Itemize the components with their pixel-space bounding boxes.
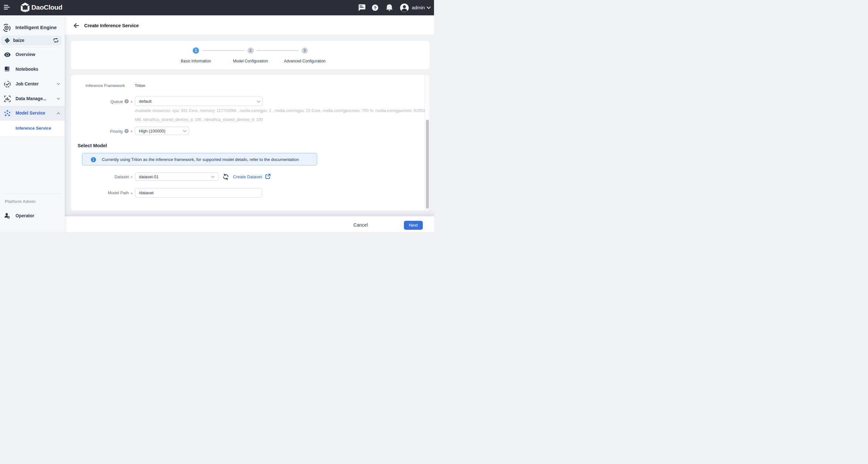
svg-text:?: ? bbox=[374, 5, 376, 10]
